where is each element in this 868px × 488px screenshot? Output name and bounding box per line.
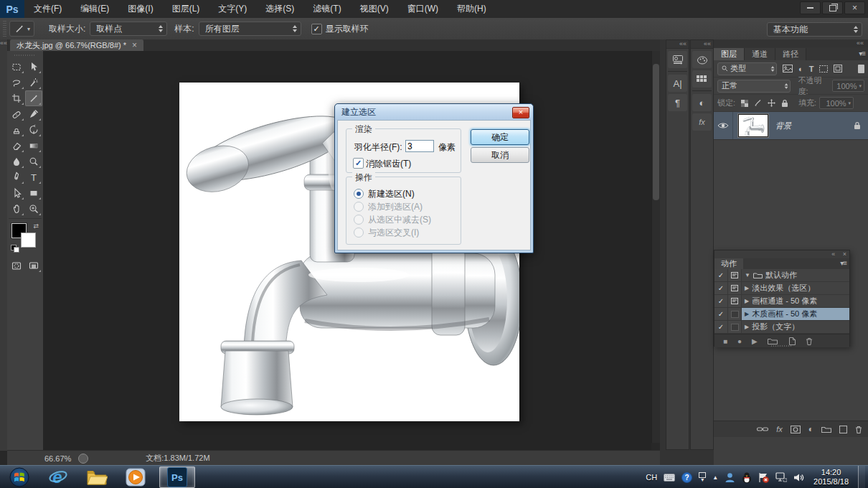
default-colors-icon[interactable]: [11, 245, 19, 252]
ok-button[interactable]: 确定: [471, 129, 529, 145]
styles-panel-icon[interactable]: fx: [692, 113, 712, 131]
menu-help[interactable]: 帮助(H): [448, 0, 496, 18]
menu-edit[interactable]: 编辑(E): [71, 0, 118, 18]
filter-type-select[interactable]: 类型: [717, 62, 777, 75]
action-check-icon[interactable]: ✓: [714, 282, 728, 294]
tool-history-brush[interactable]: [25, 122, 42, 138]
layer-row-background[interactable]: 背景: [714, 112, 868, 140]
new-set-folder-icon[interactable]: [768, 337, 778, 344]
menu-select[interactable]: 选择(S): [256, 0, 303, 18]
network-tray-icon[interactable]: [775, 472, 787, 482]
tool-clone-stamp[interactable]: [8, 122, 25, 138]
tool-shape-rectangle[interactable]: [25, 185, 42, 201]
tool-lasso[interactable]: [8, 75, 25, 90]
character-panel-icon[interactable]: A|: [668, 75, 687, 92]
workspace-select[interactable]: 基本功能: [767, 22, 862, 37]
expand-icon[interactable]: ▶: [745, 324, 749, 330]
scrollbar-thumb[interactable]: [653, 64, 659, 200]
restore-button[interactable]: [822, 1, 843, 14]
lock-pixels-icon[interactable]: [754, 99, 762, 107]
tab-channels[interactable]: 通道: [745, 48, 775, 60]
adjustments-panel-icon[interactable]: ◐: [692, 94, 712, 111]
menu-filter[interactable]: 滤镜(T): [303, 0, 350, 18]
radio-intersect-with-selection[interactable]: [354, 227, 364, 238]
chevron-down-icon[interactable]: ▾: [701, 478, 704, 482]
input-language-indicator[interactable]: CH: [646, 473, 657, 482]
show-hidden-icons-arrow[interactable]: ▲: [712, 474, 718, 481]
tools-grip[interactable]: [14, 55, 36, 56]
tool-type[interactable]: T: [25, 169, 42, 185]
options-grip[interactable]: [3, 21, 6, 37]
taskbar-file-explorer[interactable]: [77, 466, 116, 488]
panel-resize-grip[interactable]: [771, 345, 793, 347]
play-icon[interactable]: ▶: [752, 337, 758, 345]
collapse-icon[interactable]: «: [831, 250, 835, 258]
collapse-icon[interactable]: ««: [714, 39, 868, 47]
sample-size-select[interactable]: 取样点: [90, 22, 167, 36]
action-modal-toggle-empty[interactable]: [728, 321, 742, 333]
menu-image[interactable]: 图像(I): [118, 0, 162, 18]
action-center-flag-icon[interactable]: [758, 472, 769, 483]
delete-layer-icon[interactable]: [855, 426, 862, 433]
start-button[interactable]: [0, 466, 39, 488]
record-icon[interactable]: ●: [737, 337, 742, 345]
new-action-icon[interactable]: [788, 337, 796, 345]
radio-new-selection[interactable]: [354, 189, 364, 199]
eyedropper-preset-button[interactable]: ▾: [9, 21, 34, 37]
tool-pen[interactable]: [8, 169, 25, 185]
layer-name[interactable]: 背景: [775, 121, 854, 131]
filter-type-layers-icon[interactable]: T: [809, 65, 814, 73]
action-label[interactable]: 淡出效果（选区）: [752, 283, 815, 294]
action-modal-toggle-empty[interactable]: [728, 308, 742, 320]
document-tab[interactable]: 水龙头.jpg @ 66.7%(RGB/8#) * ×: [10, 39, 143, 51]
tool-rectangular-marquee[interactable]: [8, 59, 25, 75]
quick-mask-button[interactable]: [8, 258, 25, 273]
layer-visibility-toggle[interactable]: [714, 112, 733, 139]
action-row-wood-frame[interactable]: ✓ ▶ 木质画框 - 50 像素: [714, 308, 849, 321]
lock-transparency-icon[interactable]: [741, 100, 748, 107]
lock-all-icon[interactable]: [781, 99, 788, 108]
panel-menu-icon[interactable]: ▾≡: [859, 50, 865, 57]
blend-mode-select[interactable]: 正常: [717, 80, 791, 93]
show-desktop-button[interactable]: [858, 466, 865, 488]
action-modal-icon[interactable]: [728, 295, 742, 307]
minimize-button[interactable]: [800, 1, 821, 14]
qq-penguin-tray-icon[interactable]: [742, 472, 752, 483]
collapse-icon[interactable]: ««: [691, 40, 713, 49]
action-label[interactable]: 木质画框 - 50 像素: [752, 309, 817, 319]
close-panel-icon[interactable]: ×: [843, 250, 846, 258]
background-color-swatch[interactable]: [21, 233, 36, 248]
panel-menu-icon[interactable]: ▾≡: [840, 259, 846, 267]
action-set-label[interactable]: 默认动作: [765, 270, 797, 281]
screen-mode-button[interactable]: [25, 258, 42, 273]
tab-layers[interactable]: 图层: [714, 48, 745, 60]
dialog-titlebar[interactable]: 建立选区: [335, 104, 533, 120]
action-row-vignette[interactable]: ✓ ▶ 淡出效果（选区）: [714, 282, 849, 295]
volume-tray-icon[interactable]: [793, 473, 804, 482]
menu-layer[interactable]: 图层(L): [163, 0, 209, 18]
tool-gradient[interactable]: [25, 138, 42, 154]
tab-paths[interactable]: 路径: [775, 48, 806, 60]
filter-adjustment-layers-icon[interactable]: ◐: [798, 65, 803, 73]
delete-action-icon[interactable]: [806, 337, 813, 345]
fill-field[interactable]: 100% ▾: [819, 97, 854, 109]
tab-close-icon[interactable]: ×: [132, 42, 137, 49]
menu-type[interactable]: 文字(Y): [209, 0, 256, 18]
menu-window[interactable]: 窗口(W): [398, 0, 448, 18]
menu-file[interactable]: 文件(F): [24, 0, 71, 18]
action-check-icon[interactable]: ✓: [714, 295, 728, 307]
color-panel-icon[interactable]: [692, 51, 712, 68]
menu-view[interactable]: 视图(V): [351, 0, 398, 18]
tool-brush[interactable]: [25, 106, 42, 122]
antialias-checkbox[interactable]: ✓: [353, 158, 364, 169]
new-group-icon[interactable]: [821, 426, 831, 433]
filter-smart-object-icon[interactable]: [834, 65, 842, 72]
tool-healing-brush[interactable]: [8, 106, 25, 122]
paragraph-panel-icon[interactable]: ¶: [668, 94, 687, 111]
tool-move[interactable]: [25, 59, 42, 75]
action-modal-icon[interactable]: [728, 269, 742, 281]
sample-select[interactable]: 所有图层: [199, 22, 301, 36]
tool-magic-wand[interactable]: [25, 75, 42, 90]
expand-icon[interactable]: ▶: [745, 285, 749, 291]
action-modal-icon[interactable]: [728, 282, 742, 294]
